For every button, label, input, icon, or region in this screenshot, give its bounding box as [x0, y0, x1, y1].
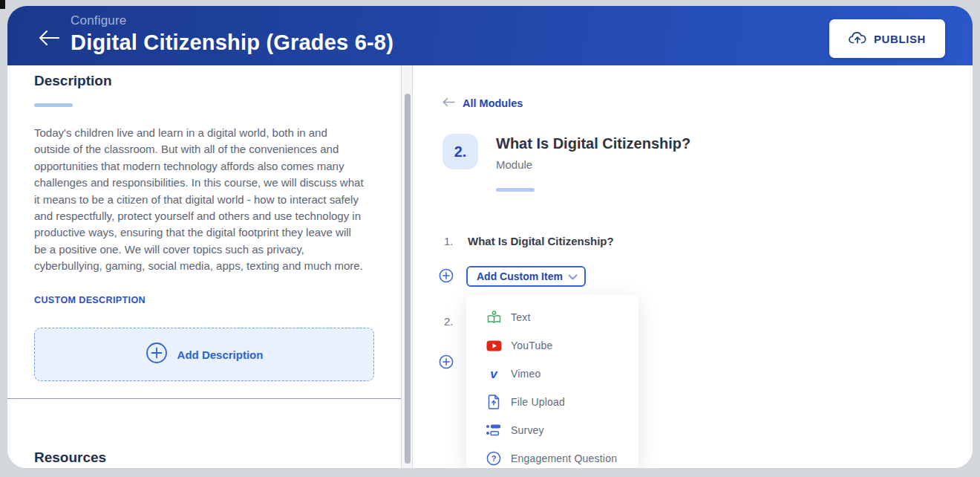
page-title: Digital Citizenship (Grades 6-8)	[71, 30, 393, 55]
file-upload-icon	[486, 395, 502, 409]
svg-text:?: ?	[491, 454, 497, 463]
dropdown-item-text[interactable]: Text	[466, 303, 638, 331]
add-description-label: Add Description	[177, 348, 264, 361]
dropdown-item-file-upload[interactable]: File Upload	[466, 388, 638, 416]
left-panel-scrollbar-track	[401, 65, 413, 468]
circle-plus-icon	[146, 342, 168, 367]
dropdown-item-vimeo[interactable]: v Vimeo	[466, 360, 638, 388]
add-item-plus-icon[interactable]	[439, 354, 454, 369]
page-header: Configure Digital Citizenship (Grades 6-…	[7, 6, 973, 65]
dropdown-item-label: Engagement Question	[511, 452, 617, 464]
publish-label: PUBLISH	[874, 33, 926, 45]
description-heading: Description	[34, 73, 112, 89]
survey-icon	[486, 423, 502, 438]
module-number-badge: 2.	[442, 134, 478, 169]
dropdown-item-survey[interactable]: Survey	[466, 416, 638, 444]
dropdown-item-label: Vimeo	[511, 368, 540, 380]
youtube-icon	[486, 338, 502, 353]
add-item-plus-icon[interactable]	[439, 268, 454, 283]
module-title-underline	[496, 188, 535, 192]
item-row-number: 2.	[444, 315, 454, 328]
screenshot-corner-artifact	[0, 0, 5, 9]
description-text: Today's children live and learn in a dig…	[34, 125, 364, 275]
configure-page-card: Configure Digital Citizenship (Grades 6-…	[7, 6, 973, 468]
all-modules-link[interactable]: All Modules	[442, 97, 523, 110]
dropdown-item-engagement-question[interactable]: ? Engagement Question	[466, 444, 638, 468]
add-custom-item-button[interactable]: Add Custom Item	[466, 266, 586, 287]
chevron-down-icon	[568, 270, 578, 282]
description-heading-underline	[34, 103, 73, 107]
left-panel-scrollbar-thumb[interactable]	[405, 94, 411, 464]
back-arrow-small-icon	[442, 97, 455, 110]
item-row-number: 1.	[444, 235, 454, 247]
module-titles: What Is Digital Citizenship? Module	[496, 134, 690, 171]
dropdown-item-label: File Upload	[511, 396, 565, 408]
module-panel: All Modules 2. What Is Digital Citizensh…	[413, 65, 973, 468]
resources-heading: Resources	[34, 450, 106, 466]
module-title: What Is Digital Citizenship?	[496, 135, 690, 152]
text-reader-icon	[486, 310, 502, 325]
dropdown-item-label: Text	[511, 311, 530, 323]
dropdown-item-youtube[interactable]: YouTube	[466, 331, 638, 360]
custom-description-label: CUSTOM DESCRIPTION	[34, 295, 146, 305]
engagement-question-icon: ?	[486, 451, 502, 466]
vimeo-icon: v	[486, 366, 502, 381]
header-titles: Configure Digital Citizenship (Grades 6-…	[71, 13, 393, 55]
module-type-label: Module	[496, 158, 690, 171]
description-panel: Description Today's children live and le…	[7, 65, 401, 468]
back-button[interactable]	[36, 27, 62, 51]
dropdown-item-label: Survey	[511, 424, 544, 436]
module-header: 2. What Is Digital Citizenship? Module	[442, 134, 690, 171]
item-row-title[interactable]: What Is Digital Citizenship?	[468, 235, 614, 247]
add-custom-item-label: Add Custom Item	[477, 270, 563, 282]
add-description-button[interactable]: Add Description	[34, 328, 374, 381]
all-modules-label: All Modules	[463, 97, 523, 109]
page-body: Description Today's children live and le…	[7, 65, 973, 468]
dropdown-item-label: YouTube	[511, 340, 552, 351]
cloud-upload-icon	[849, 31, 866, 47]
add-custom-item-dropdown: Text YouTube v Vimeo	[466, 295, 638, 468]
section-divider	[7, 398, 401, 399]
back-arrow-icon	[37, 29, 61, 49]
publish-button[interactable]: PUBLISH	[829, 19, 945, 58]
breadcrumb: Configure	[71, 13, 393, 28]
